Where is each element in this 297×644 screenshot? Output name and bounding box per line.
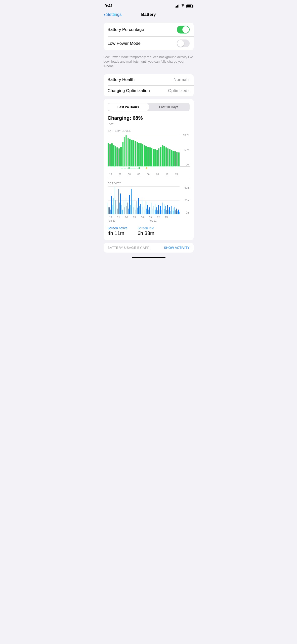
act-blue-bar-14 [133, 200, 133, 214]
battery-bar-26 [154, 149, 156, 166]
date-label-feb20: Feb 20 [108, 219, 125, 222]
low-power-toggle[interactable] [177, 39, 190, 47]
activity-group-2 [111, 186, 112, 214]
act-light-bar-9 [124, 207, 125, 214]
act-light-bar-10 [126, 206, 127, 214]
act-x-12: 12 [155, 216, 161, 219]
act-blue-bar-33 [167, 205, 168, 214]
activity-group-32 [165, 186, 167, 214]
act-blue-bar-8 [122, 210, 122, 214]
act-blue-bar-30 [162, 203, 162, 214]
battery-bar-27 [156, 150, 158, 166]
activity-group-22 [147, 186, 149, 214]
act-blue-bar-28 [158, 205, 159, 214]
battery-health-row[interactable]: Battery Health Normal › [104, 74, 194, 85]
act-light-bar-20 [145, 210, 145, 214]
battery-bar-30 [162, 145, 163, 166]
back-button[interactable]: ‹ Settings [104, 12, 122, 17]
usage-section: BATTERY USAGE BY APP SHOW ACTIVITY [104, 243, 194, 253]
charging-icons-row: ⏸ · · ⏸ ⚡ — — — — — — [108, 167, 180, 172]
time-selector: Last 24 Hours Last 10 Days [108, 103, 190, 111]
act-light-bar-3 [114, 207, 114, 214]
chevron-right-icon-2: › [188, 89, 190, 93]
act-x-06: 06 [139, 216, 145, 219]
toggle-thumb-lp [177, 40, 184, 47]
screen-stats: Screen Active 4h 11m Screen Idle 6h 38m [108, 226, 190, 236]
last-10-days-button[interactable]: Last 10 Days [149, 103, 189, 111]
back-label: Settings [106, 12, 121, 17]
act-blue-bar-10 [126, 198, 126, 214]
battery-bar-8 [122, 142, 123, 166]
activity-group-21 [146, 186, 147, 214]
activity-group-16 [137, 186, 138, 214]
act-blue-bar-13 [131, 189, 132, 214]
battery-percentage-toggle[interactable] [177, 26, 190, 33]
act-blue-bar-3 [113, 198, 113, 214]
x-label-00: 00 [126, 173, 132, 176]
activity-group-33 [167, 186, 168, 214]
act-blue-bar-4 [115, 186, 115, 214]
act-blue-bar-5 [117, 205, 117, 214]
act-light-bar-29 [161, 210, 161, 214]
x-label-15: 15 [173, 173, 179, 176]
date-label-feb21: Feb 21 [139, 219, 157, 222]
battery-percentage-row: Battery Percentage [104, 23, 194, 36]
activity-group-34 [169, 186, 170, 214]
act-light-bar-4 [115, 200, 116, 214]
battery-bar-15 [135, 141, 136, 166]
act-blue-bar-29 [160, 206, 160, 214]
charging-time: now [108, 122, 190, 125]
activity-group-39 [178, 186, 179, 214]
act-y-0m: 0m [181, 211, 190, 214]
chevron-right-icon: › [188, 78, 190, 82]
last-24-hours-button[interactable]: Last 24 Hours [108, 103, 149, 111]
activity-group-30 [162, 186, 163, 214]
act-light-bar-18 [141, 210, 141, 214]
show-activity-button[interactable]: SHOW ACTIVITY [164, 246, 190, 250]
y-label-50: 50% [181, 149, 190, 151]
battery-bar-16 [137, 142, 138, 166]
act-blue-bar-32 [165, 206, 166, 214]
battery-bar-33 [167, 148, 169, 166]
low-power-label: Low Power Mode [108, 41, 141, 46]
screen-idle-value: 6h 38m [138, 230, 154, 236]
activity-group-5 [117, 186, 118, 214]
battery-bar-13 [131, 140, 133, 166]
charging-opt-value-group: Optimized › [168, 88, 189, 93]
act-blue-bar-38 [176, 209, 177, 214]
act-light-bar-14 [134, 207, 134, 214]
battery-y-labels: 100% 50% 0% [181, 134, 190, 166]
charging-opt-row[interactable]: Charging Optimization Optimized › [104, 85, 194, 96]
act-blue-bar-9 [124, 200, 124, 214]
act-blue-bar-15 [135, 205, 135, 214]
activity-group-29 [160, 186, 161, 214]
activity-group-19 [142, 186, 143, 214]
act-blue-bar-35 [171, 206, 172, 214]
battery-bar-1 [109, 144, 111, 166]
nav-bar: ‹ Settings Battery [100, 10, 198, 20]
battery-bar-25 [153, 149, 154, 166]
act-light-bar-35 [172, 210, 172, 214]
act-light-bar-34 [170, 211, 171, 214]
x-label-12: 12 [164, 173, 170, 176]
act-light-bar-8 [123, 210, 123, 214]
activity-group-31 [164, 186, 165, 214]
battery-bar-22 [147, 147, 149, 166]
activity-group-11 [128, 186, 129, 214]
battery-bar-17 [138, 143, 140, 166]
low-power-row: Low Power Mode [104, 36, 194, 50]
battery-bar-35 [171, 150, 172, 166]
battery-bar-31 [163, 146, 165, 166]
activity-group-4 [115, 186, 116, 214]
act-light-bar-24 [152, 209, 152, 214]
activity-group-26 [155, 186, 156, 214]
activity-group-3 [113, 186, 114, 214]
x-label-03: 03 [136, 173, 142, 176]
page-title: Battery [141, 12, 156, 17]
act-blue-bar-0 [108, 203, 108, 214]
battery-bar-5 [116, 147, 118, 166]
activity-chart-area: 60m 30m 0m [108, 186, 190, 214]
battery-bar-21 [145, 146, 147, 166]
usage-title: BATTERY USAGE BY APP [108, 246, 150, 250]
act-light-bar-16 [137, 208, 138, 214]
